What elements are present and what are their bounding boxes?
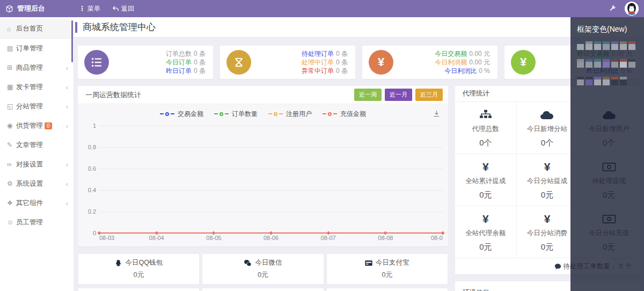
theme-swatch[interactable] — [620, 41, 627, 50]
cube-logo-icon — [5, 5, 13, 13]
sidebar-item-card-issuing[interactable]: ▦ 发卡管理 ‹ — [0, 77, 74, 97]
user-avatar[interactable] — [625, 2, 639, 16]
legend-item-orders[interactable]: 订单数量 — [214, 110, 258, 119]
theme-swatch[interactable] — [628, 41, 635, 50]
components-icon: ❖ — [7, 199, 16, 207]
user-icon: ☺ — [7, 219, 16, 226]
legend-item-registrations[interactable]: 注册用户 — [268, 110, 312, 119]
y-tick: 0 — [79, 230, 96, 236]
theme-swatch[interactable] — [586, 77, 592, 85]
gear-icon: ⚙ — [7, 180, 16, 187]
page-title: 商城系统管理中心 — [83, 21, 156, 33]
agent-cell-agent-balance-total: ¥ 全站代理余额 0元 — [455, 206, 517, 258]
wrench-icon[interactable] — [609, 5, 616, 12]
page-header: 商城系统管理中心 — [74, 17, 644, 38]
hourglass-icon — [226, 50, 251, 75]
sidebar-item-suppliers[interactable]: ◉ 供货管理 0 ‹ — [0, 116, 74, 135]
theme-swatch[interactable] — [594, 77, 601, 85]
qq-wallet-today: 今日QQ钱包 0元 — [78, 253, 200, 285]
theme-swatch[interactable] — [586, 41, 592, 50]
range-week-button[interactable]: 近一周 — [354, 89, 382, 101]
y-tick: 1 — [79, 122, 96, 129]
theme-swatch[interactable] — [577, 41, 584, 50]
theme-swatch[interactable] — [603, 59, 610, 68]
alipay-today: 今日支付宝 0元 — [326, 253, 448, 285]
agent-cell-total-agents: 代理总数 0个 — [455, 102, 517, 154]
range-quarter-button[interactable]: 近三月 — [415, 89, 443, 101]
bank-card-icon — [365, 260, 372, 266]
main-content: 商城系统管理中心 订单总数0 条 今日订单0 条 昨日订单0 条 待处理订单0 … — [74, 17, 644, 291]
sidebar-item-integration[interactable]: ∞ 对接设置 ‹ — [0, 155, 74, 174]
back-button[interactable]: 返回 — [112, 4, 134, 13]
speech-bubble-icon — [554, 263, 561, 270]
sidebar-item-orders[interactable]: ▤ 订单管理 — [0, 39, 74, 58]
agent-cell-substation-commission-today: ¥ 今日分站提成 0元 — [517, 154, 579, 206]
download-icon[interactable] — [433, 110, 441, 119]
theme-swatch[interactable] — [594, 59, 601, 68]
theme-swatch[interactable] — [620, 77, 627, 85]
menu-button[interactable]: ⋮ 菜单 — [79, 4, 100, 13]
range-month-button[interactable]: 近一月 — [385, 89, 412, 101]
theme-overlay-title: 框架变色(New) — [577, 25, 638, 34]
yen-icon: ¥ — [544, 160, 551, 174]
theme-color-overlay: 框架变色(New) — [570, 17, 644, 291]
stat-card-pending: 待处理订单0 条 处理中订单0 条 异常中订单0 条 — [220, 46, 355, 79]
theme-swatch[interactable] — [577, 77, 584, 85]
legend-item-transactions[interactable]: 交易金额 — [160, 110, 203, 119]
brand[interactable]: 管理后台 — [0, 4, 74, 13]
y-tick: 0.6 — [79, 165, 96, 172]
y-tick: 0.8 — [79, 144, 96, 150]
suppliers-badge: 0 — [45, 122, 52, 129]
theme-swatch[interactable] — [628, 59, 635, 68]
back-arrow-icon — [112, 5, 119, 12]
sidebar: ⌂ 后台首页 ▤ 订单管理 ⊞ 商品管理 ‹ ▦ 发卡管理 ‹ ◱ 分站管理 ‹… — [0, 17, 74, 291]
plot-area: 1 0.8 0.6 0.4 0.2 0 — [99, 126, 443, 233]
wechat-icon — [244, 259, 252, 266]
sidebar-scrollbar[interactable] — [71, 20, 73, 62]
yen-icon: ¥ — [482, 160, 489, 174]
yen-icon: ¥ — [482, 212, 489, 226]
wechat-yesterday: 昨日微信 0元 — [202, 288, 324, 291]
yen-icon: ¥ — [369, 50, 393, 75]
sidebar-item-articles[interactable]: ✎ 文章管理 — [0, 135, 74, 155]
stat-card-today-revenue: ¥ 今日交易额0.00 元 今日利润额0.00 元 今日利润比0 % — [362, 46, 497, 79]
order-list-icon: ▤ — [7, 45, 16, 52]
theme-swatch[interactable] — [577, 59, 584, 68]
title-accent-bar — [75, 22, 77, 33]
theme-swatch[interactable] — [603, 41, 610, 50]
yen-icon: ¥ — [544, 212, 551, 226]
legend-item-recharge[interactable]: 充值金额 — [323, 110, 366, 119]
theme-swatch[interactable] — [611, 41, 618, 50]
chart-panel-title: 一周运营数据统计 — [85, 90, 141, 100]
theme-swatch[interactable] — [594, 41, 601, 50]
sidebar-item-components[interactable]: ❖ 其它组件 ‹ — [0, 193, 74, 213]
sidebar-item-staff[interactable]: ☺ 员工管理 — [0, 213, 74, 232]
theme-swatch-row — [577, 59, 638, 68]
menu-icon: ⋮ — [79, 5, 85, 12]
home-icon: ⌂ — [7, 25, 16, 33]
agent-cell-site-commission-total: ¥ 全站累计提成 0元 — [455, 154, 517, 206]
theme-swatch[interactable] — [603, 77, 610, 85]
yen-icon: ¥ — [511, 50, 536, 75]
cart-icon: ⊞ — [7, 64, 16, 71]
topbar: 管理后台 ⋮ 菜单 返回 — [0, 0, 644, 17]
theme-swatch[interactable] — [611, 59, 618, 68]
qq-wallet-yesterday: 昨日QQ钱包 0元 — [78, 288, 200, 291]
sitemap-icon — [479, 108, 492, 122]
theme-swatch[interactable] — [611, 77, 618, 85]
grid-icon: ▦ — [7, 83, 16, 91]
alipay-yesterday: 昨日支付宝 0元 — [326, 288, 448, 291]
stat-card-orders: 订单总数0 条 今日订单0 条 昨日订单0 条 — [78, 46, 213, 79]
stat-cards-row: 订单总数0 条 今日订单0 条 昨日订单0 条 待处理订单0 条 处理中订单0 … — [78, 46, 640, 79]
environment-panel-title: 环境信息 — [463, 289, 489, 291]
theme-swatch[interactable] — [586, 59, 592, 68]
sidebar-item-substations[interactable]: ◱ 分站管理 ‹ — [0, 97, 74, 116]
ordered-list-icon — [84, 50, 109, 75]
sidebar-item-products[interactable]: ⊞ 商品管理 ‹ — [0, 58, 74, 77]
suppliers-icon: ◉ — [7, 122, 16, 129]
theme-swatch[interactable] — [620, 59, 627, 68]
article-icon: ✎ — [7, 141, 16, 149]
sidebar-item-system-settings[interactable]: ⚙ 系统设置 ‹ — [0, 174, 74, 193]
sidebar-item-dashboard[interactable]: ⌂ 后台首页 — [0, 19, 74, 39]
line-chart: 交易金额 订单数量 注册用户 充值金额 — [78, 104, 448, 246]
